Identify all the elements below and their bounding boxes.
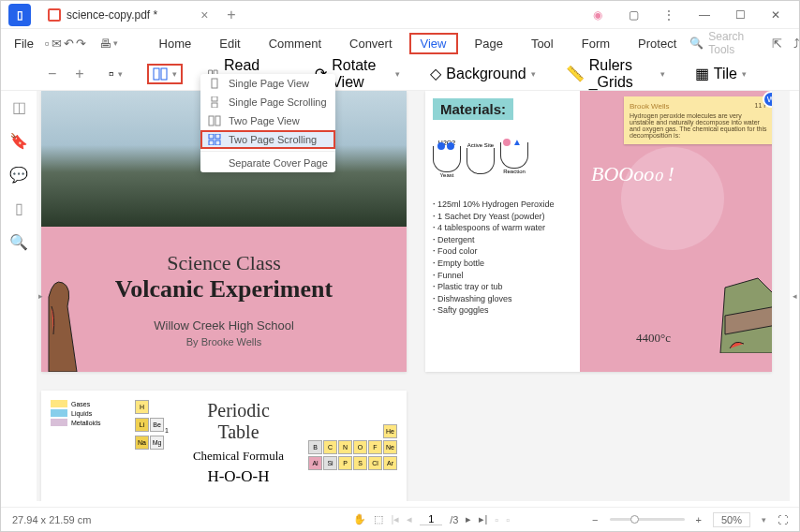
- first-page-button[interactable]: |◂: [391, 513, 399, 525]
- tab-title: science-copy.pdf *: [67, 8, 157, 22]
- volcano-illustration: [43, 259, 82, 372]
- kebab-icon[interactable]: ⋮: [655, 6, 683, 24]
- ruler-icon: 📏: [566, 65, 585, 82]
- close-tab-icon[interactable]: ×: [200, 7, 208, 22]
- zoom-level: 50%: [713, 512, 750, 527]
- bookmarks-icon[interactable]: 🔖: [10, 132, 27, 149]
- materials-heading: Materials:: [433, 98, 513, 120]
- tab-comment[interactable]: Comment: [258, 33, 333, 54]
- print-dropdown-icon[interactable]: ▾: [113, 38, 118, 48]
- print-icon[interactable]: 🖶: [99, 33, 111, 53]
- menu-two-page[interactable]: Two Page View: [200, 111, 335, 130]
- background-label: Background: [446, 66, 526, 82]
- page-expand-right-icon[interactable]: ◂: [793, 291, 797, 301]
- svg-rect-1: [161, 68, 167, 80]
- single-view-icon[interactable]: ▫: [495, 514, 498, 525]
- menu-single-scrolling[interactable]: Single Page Scrolling: [200, 93, 335, 111]
- page-thumbnail-3: GasesLiquidsMetalloids H LiBe NaMg 1 Per…: [41, 391, 407, 501]
- rulers-dropdown[interactable]: 📏 Rulers _Grids▾: [560, 54, 671, 94]
- svg-rect-0: [154, 68, 159, 80]
- tab-edit[interactable]: Edit: [208, 33, 251, 54]
- tab-home[interactable]: Home: [148, 33, 203, 54]
- document-tab[interactable]: science-copy.pdf * ×: [38, 4, 217, 26]
- tab-page[interactable]: Page: [464, 33, 514, 54]
- zoom-out-status-button[interactable]: −: [592, 514, 598, 525]
- tab-tool[interactable]: Tool: [520, 33, 565, 54]
- svg-rect-2: [212, 79, 217, 88]
- sticky-note[interactable]: W Brook Wells11 P Hydrogen peroxide mole…: [624, 96, 772, 144]
- search-sidebar-icon[interactable]: 🔍: [10, 233, 27, 250]
- attachments-icon[interactable]: ▯: [10, 200, 27, 216]
- minimize-button[interactable]: —: [690, 6, 719, 24]
- menu-separate-cover[interactable]: Separate Cover Page: [200, 154, 335, 172]
- rock-illustration: [711, 259, 772, 353]
- rulers-label: Rulers _Grids: [589, 57, 656, 91]
- mail-icon[interactable]: ✉: [52, 33, 62, 53]
- temperature-text: 4400°c: [636, 331, 671, 346]
- pdf-icon: [48, 8, 61, 22]
- save-icon[interactable]: ▫: [45, 33, 50, 53]
- zoom-out-button[interactable]: −: [48, 66, 56, 82]
- select-tool-icon[interactable]: ⬚: [374, 513, 383, 525]
- comments-icon[interactable]: 💬: [10, 166, 27, 183]
- tab-protect[interactable]: Protect: [627, 33, 688, 54]
- zoom-slider[interactable]: [610, 518, 685, 521]
- page-layout-menu: Single Page View Single Page Scrolling T…: [200, 74, 335, 172]
- new-tab-button[interactable]: +: [227, 7, 235, 23]
- page-layout-dropdown[interactable]: ▾: [147, 64, 183, 84]
- zoom-in-status-button[interactable]: +: [696, 514, 702, 525]
- zoom-dropdown-icon[interactable]: ▾: [762, 515, 766, 525]
- thumbnails-icon[interactable]: ◫: [10, 98, 27, 115]
- tab-form[interactable]: Form: [570, 33, 621, 54]
- fullscreen-icon[interactable]: ⛶: [778, 514, 788, 525]
- prev-page-button[interactable]: ◂: [407, 513, 412, 525]
- background-icon: ◇: [430, 65, 441, 82]
- background-dropdown[interactable]: ◇ Background▾: [424, 62, 541, 85]
- account-icon[interactable]: ◉: [584, 6, 612, 24]
- menu-single-page[interactable]: Single Page View: [200, 74, 335, 93]
- menu-single-scroll-label: Single Page Scrolling: [229, 96, 327, 108]
- sticky-author: Brook Wells: [630, 102, 670, 111]
- menu-two-page-scrolling[interactable]: Two Page Scrolling: [200, 130, 335, 149]
- zoom-in-button[interactable]: +: [75, 66, 83, 82]
- page-dimensions: 27.94 x 21.59 cm: [12, 514, 91, 525]
- external-icon[interactable]: ⇱: [769, 33, 784, 53]
- page-expand-left-icon[interactable]: ▸: [38, 291, 43, 301]
- redo-icon[interactable]: ↷: [76, 33, 86, 53]
- page-number-input[interactable]: [420, 513, 442, 525]
- tile-icon: ▦: [695, 65, 709, 82]
- tile-dropdown[interactable]: ▦ Tile▾: [689, 62, 752, 85]
- menu-separate-label: Separate Cover Page: [229, 157, 328, 169]
- hand-tool-icon[interactable]: ✋: [353, 513, 366, 525]
- page1-title: Science Class: [167, 251, 281, 275]
- double-view-icon[interactable]: ▫: [506, 514, 510, 525]
- svg-rect-8: [215, 134, 220, 139]
- page1-subtitle: Volcanic Experiment: [115, 275, 333, 303]
- fit-dropdown[interactable]: ▫▾: [103, 63, 129, 85]
- share-icon[interactable]: ⤴: [789, 33, 800, 53]
- svg-rect-7: [209, 134, 214, 139]
- app-icon: ▯: [8, 4, 31, 26]
- svg-rect-4: [212, 103, 217, 108]
- page1-school: Willow Creek High School: [154, 318, 294, 332]
- last-page-button[interactable]: ▸|: [479, 513, 487, 525]
- chemical-formula-label: Chemical Formula: [187, 449, 289, 464]
- search-placeholder[interactable]: Search Tools: [708, 30, 755, 56]
- fit-icon: ▫: [109, 66, 114, 82]
- document-viewport[interactable]: Science Class Volcanic Experiment Willow…: [37, 91, 790, 501]
- page-thumbnail-2: Materials: H2O2Yeast Active Site ▲Reacti…: [425, 91, 772, 372]
- undo-icon[interactable]: ↶: [64, 33, 74, 53]
- maximize-button[interactable]: ☐: [726, 6, 754, 24]
- tab-view[interactable]: View: [409, 33, 458, 54]
- formula-text: H-O-O-H: [187, 467, 289, 486]
- periodic-right: HeBCNOFNeAlSiPSClAr: [308, 424, 397, 498]
- menu-two-label: Two Page View: [229, 115, 300, 126]
- next-page-button[interactable]: ▸: [466, 513, 471, 525]
- search-icon[interactable]: 🔍: [689, 37, 704, 50]
- file-menu[interactable]: File: [14, 37, 34, 51]
- notify-icon[interactable]: ▢: [619, 6, 647, 24]
- page1-author: By Brooke Wells: [186, 336, 262, 347]
- tab-convert[interactable]: Convert: [338, 33, 404, 54]
- two-page-icon: [153, 66, 168, 81]
- close-window-button[interactable]: ✕: [762, 6, 790, 24]
